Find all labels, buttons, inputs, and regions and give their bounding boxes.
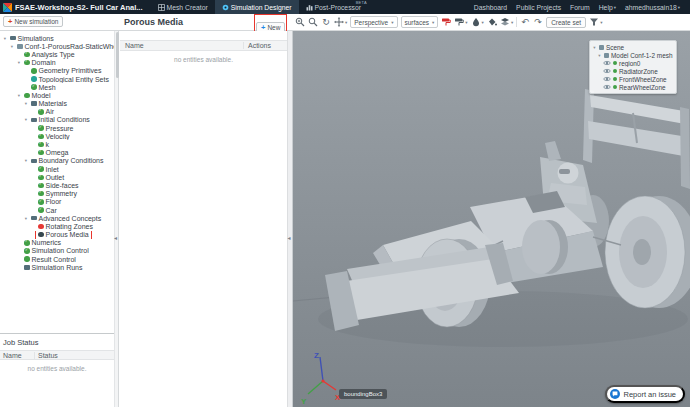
tree-item-omega[interactable]: Omega bbox=[0, 149, 114, 157]
tree-item-porous-media[interactable]: Porous Media bbox=[0, 231, 114, 239]
redo-view-icon[interactable]: ↷ bbox=[533, 16, 543, 28]
create-set-button[interactable]: Create set bbox=[546, 17, 586, 28]
tree-item-simulation-control[interactable]: Simulation Control bbox=[0, 247, 114, 255]
nav-ahmedhussain18[interactable]: ahmedhussain18▾ bbox=[625, 4, 680, 11]
scene-zone-frontwheelzone[interactable]: FrontWheelZone bbox=[592, 75, 674, 83]
layers-dropdown[interactable]: ▾ bbox=[500, 16, 513, 28]
collapse-panel-handle[interactable]: ◂ bbox=[288, 235, 291, 241]
tree-item-label: Velocity bbox=[46, 133, 70, 140]
zoom-window-icon[interactable] bbox=[295, 16, 305, 28]
scene-root[interactable]: ▾ Scene bbox=[592, 43, 674, 51]
tree-item-topological-entity-sets[interactable]: Topological Entity Sets bbox=[0, 75, 114, 83]
report-issue-label: Report an issue bbox=[623, 390, 676, 399]
render-mode-dropdown[interactable]: surfaces ▾ bbox=[401, 16, 439, 28]
viewport-3d[interactable]: ▾ Scene ▾ Model Conf-1-2 mesh region0Rad… bbox=[293, 31, 690, 407]
color-drop-dropdown[interactable]: ▾ bbox=[471, 16, 484, 28]
nav-dashboard[interactable]: Dashboard bbox=[474, 4, 507, 11]
tab-simulation-designer[interactable]: Simulation Designer bbox=[215, 0, 299, 14]
tree-item-domain[interactable]: ▾Domain bbox=[0, 59, 114, 67]
tree-item-conf-1-porousrad-staticwheels[interactable]: ▾Conf-1-PorousRad-StaticWheels bbox=[0, 42, 114, 50]
undo-view-icon[interactable]: ↶ bbox=[520, 16, 530, 28]
tree-item-pressure[interactable]: Pressure bbox=[0, 124, 114, 132]
tree-item-advanced-concepts[interactable]: ▾Advanced Concepts bbox=[0, 214, 114, 222]
tree-item-result-control[interactable]: Result Control bbox=[0, 255, 114, 263]
tree-item-floor[interactable]: Floor bbox=[0, 198, 114, 206]
panel-new-button-label: New bbox=[267, 24, 280, 31]
tree-item-wrap: Air bbox=[36, 108, 56, 116]
scene-model[interactable]: ▾ Model Conf-1-2 mesh bbox=[592, 51, 674, 59]
entities-table-header: Name Actions bbox=[120, 40, 287, 51]
pan-icon[interactable]: ▾ bbox=[334, 16, 347, 28]
tree-item-simulation-runs[interactable]: Simulation Runs bbox=[0, 263, 114, 271]
chat-bubble-icon bbox=[610, 389, 620, 399]
nav-help[interactable]: Help▾ bbox=[599, 4, 616, 11]
render-mode-label: surfaces bbox=[405, 19, 430, 26]
tree-item-inlet[interactable]: Inlet bbox=[0, 165, 114, 173]
tree-caret-icon[interactable]: ▾ bbox=[592, 45, 597, 50]
status-check-icon bbox=[38, 199, 44, 205]
tree-item-wrap: Materials bbox=[29, 100, 69, 108]
tree-item-boundary-conditions[interactable]: ▾Boundary Conditions bbox=[0, 157, 114, 165]
status-check-icon bbox=[24, 248, 30, 254]
scene-zone-radiatorzone[interactable]: RadiatorZone bbox=[592, 67, 674, 75]
column-status: Status bbox=[34, 352, 114, 359]
nav-public-projects[interactable]: Public Projects bbox=[516, 4, 561, 11]
eye-icon[interactable] bbox=[603, 76, 611, 82]
tree-item-model[interactable]: ▾Model bbox=[0, 91, 114, 99]
new-simulation-button[interactable]: + New simulation bbox=[3, 16, 63, 27]
scene-zone-region0[interactable]: region0 bbox=[592, 59, 674, 67]
simscale-logo[interactable] bbox=[3, 3, 12, 12]
eye-icon[interactable] bbox=[603, 84, 611, 90]
reset-view-icon[interactable]: ↻ bbox=[321, 16, 331, 28]
tree-item-wrap: Rotating Zones bbox=[36, 222, 95, 230]
filter-dropdown[interactable]: ▾ bbox=[589, 16, 602, 28]
axis-triad: Z X Y bbox=[299, 347, 343, 405]
tree-item-numerics[interactable]: Numerics bbox=[0, 239, 114, 247]
tree-item-analysis-type[interactable]: Analysis Type bbox=[0, 50, 114, 58]
status-check-icon bbox=[38, 191, 44, 197]
eye-icon[interactable] bbox=[603, 60, 611, 66]
tree-item-simulations[interactable]: ▾Simulations bbox=[0, 34, 114, 42]
tree-item-outlet[interactable]: Outlet bbox=[0, 173, 114, 181]
tree-item-geometry-primitives[interactable]: Geometry Primitives bbox=[0, 67, 114, 75]
projection-dropdown[interactable]: Perspective ▾ bbox=[350, 16, 397, 28]
status-check-icon bbox=[38, 175, 44, 181]
nav-forum[interactable]: Forum bbox=[570, 4, 590, 11]
tree-caret-icon[interactable]: ▾ bbox=[597, 53, 602, 58]
scene-zone-rearwheelzone[interactable]: RearWheelZone bbox=[592, 83, 674, 91]
tree-item-side-faces[interactable]: Side-faces bbox=[0, 181, 114, 189]
tree-item-rotating-zones[interactable]: Rotating Zones bbox=[0, 222, 114, 230]
paint-color-dropdown[interactable]: ▾ bbox=[454, 16, 467, 28]
tab-post-processor[interactable]: Post-ProcessorBETA bbox=[299, 0, 368, 14]
tree-item-wrap: k bbox=[36, 141, 51, 149]
tree-item-wrap: Result Control bbox=[22, 255, 78, 263]
tree-item-k[interactable]: k bbox=[0, 140, 114, 148]
beta-badge: BETA bbox=[356, 0, 367, 5]
tree-item-car[interactable]: Car bbox=[0, 206, 114, 214]
tab-mesh-creator[interactable]: Mesh Creator bbox=[151, 0, 215, 14]
eye-icon[interactable] bbox=[603, 68, 611, 74]
tree-item-label: Boundary Conditions bbox=[39, 157, 104, 164]
report-issue-button[interactable]: Report an issue bbox=[605, 385, 685, 403]
tree-item-label: Outlet bbox=[46, 174, 65, 181]
tree-item-velocity[interactable]: Velocity bbox=[0, 132, 114, 140]
scene-model-label: Model Conf-1-2 mesh bbox=[611, 52, 672, 59]
tree-item-symmetry[interactable]: Symmetry bbox=[0, 190, 114, 198]
plus-icon: + bbox=[261, 24, 265, 31]
tree-item-air[interactable]: Air bbox=[0, 108, 114, 116]
collapse-sidebar-handle[interactable]: ◂ bbox=[114, 235, 117, 241]
chevron-down-icon: ▾ bbox=[511, 20, 513, 25]
paint-bucket-icon[interactable] bbox=[487, 16, 497, 28]
tree-item-materials[interactable]: ▾Materials bbox=[0, 100, 114, 108]
job-status-title: Job Status bbox=[0, 334, 114, 350]
scrollbar-thumb[interactable] bbox=[116, 32, 119, 78]
zoom-icon[interactable] bbox=[308, 16, 318, 28]
tree-item-mesh[interactable]: Mesh bbox=[0, 83, 114, 91]
scene-tree-overlay: ▾ Scene ▾ Model Conf-1-2 mesh region0Rad… bbox=[589, 40, 677, 94]
tree-item-initial-conditions[interactable]: ▾Initial Conditions bbox=[0, 116, 114, 124]
sidebar-scrollbar[interactable] bbox=[114, 31, 119, 407]
simulation-tree: ▾Simulations▾Conf-1-PorousRad-StaticWhee… bbox=[0, 34, 114, 271]
header: FSAE-Workshop-S2- Full Car Anal... Mesh … bbox=[0, 0, 690, 14]
tree-item-wrap: Omega bbox=[36, 149, 70, 157]
paint-red-icon[interactable] bbox=[441, 16, 451, 28]
